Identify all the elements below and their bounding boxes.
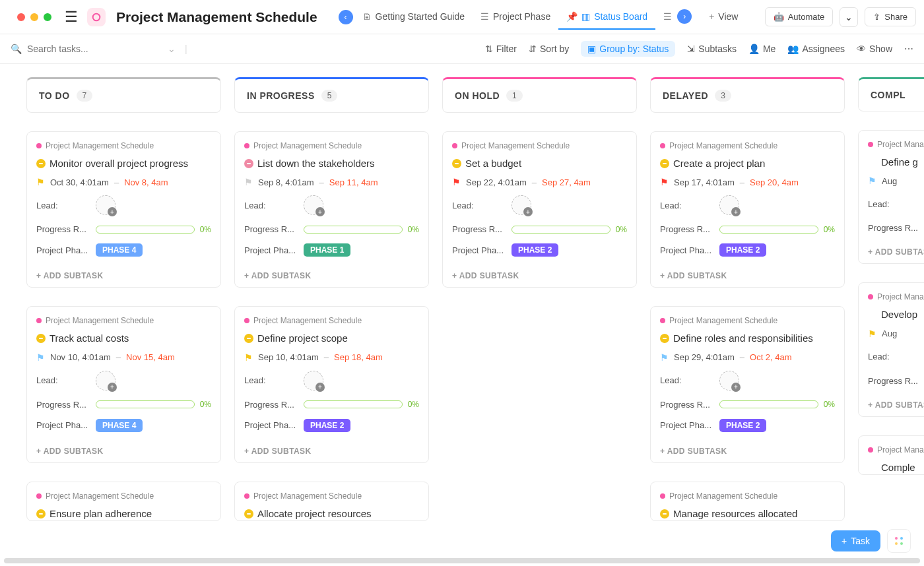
task-card[interactable]: Project Management Schedule Create a pro…: [650, 131, 845, 288]
phase-tag[interactable]: PHASE 2: [719, 419, 766, 432]
assign-lead-button[interactable]: [96, 195, 116, 215]
progress-bar[interactable]: [96, 400, 195, 408]
next-view-button[interactable]: ›: [677, 9, 692, 24]
progress-bar[interactable]: [304, 226, 403, 234]
flag-icon[interactable]: ⚑: [660, 177, 669, 187]
task-card[interactable]: Project Management Schedule Comple: [858, 435, 924, 475]
status-dot[interactable]: [36, 509, 46, 519]
assign-lead-button[interactable]: [96, 371, 116, 391]
assign-lead-button[interactable]: [304, 371, 323, 391]
add-subtask-button[interactable]: + ADD SUBTASK: [868, 394, 924, 416]
phase-tag[interactable]: PHASE 4: [96, 243, 143, 257]
status-dot[interactable]: [660, 159, 669, 168]
task-card[interactable]: Project Management Schedule Track actual…: [26, 306, 221, 462]
column-header[interactable]: TO DO7: [26, 77, 221, 113]
task-card[interactable]: Project Management Schedule Develop ⚑ Au…: [858, 282, 924, 416]
task-card[interactable]: Project Management Schedule Allocate pro…: [234, 482, 429, 521]
progress-bar[interactable]: [719, 226, 818, 234]
apps-button[interactable]: [887, 529, 911, 553]
status-dot[interactable]: [868, 158, 877, 167]
close-window-dot[interactable]: [17, 13, 25, 21]
show-button[interactable]: 👁Show: [857, 44, 892, 54]
add-subtask-button[interactable]: + ADD SUBTASK: [868, 241, 924, 263]
add-subtask-button[interactable]: + ADD SUBTASK: [244, 265, 419, 287]
status-dot[interactable]: [244, 509, 253, 519]
task-card[interactable]: Project Management Schedule Set a budget…: [442, 131, 637, 288]
add-subtask-button[interactable]: + ADD SUBTASK: [452, 265, 627, 287]
task-card[interactable]: Project Management Schedule Ensure plan …: [26, 482, 221, 521]
maximize-window-dot[interactable]: [44, 13, 51, 21]
status-dot[interactable]: [660, 334, 669, 343]
automate-dropdown[interactable]: ⌄: [840, 7, 858, 27]
minimize-window-dot[interactable]: [30, 13, 38, 21]
progress-bar[interactable]: [512, 226, 610, 234]
add-subtask-button[interactable]: + ADD SUBTASK: [660, 265, 835, 287]
status-dot[interactable]: [868, 310, 877, 319]
status-dot[interactable]: [36, 159, 46, 168]
chevron-down-icon[interactable]: ⌄: [168, 44, 176, 54]
phase-tag[interactable]: PHASE 4: [96, 419, 143, 432]
flag-icon[interactable]: ⚑: [36, 177, 45, 187]
filter-button[interactable]: ⇅Filter: [485, 44, 517, 54]
flag-icon[interactable]: ⚑: [868, 329, 876, 339]
column-header[interactable]: DELAYED3: [650, 77, 845, 113]
phase-tag[interactable]: PHASE 2: [719, 243, 766, 257]
search-input[interactable]: [27, 44, 133, 54]
phase-tag[interactable]: PHASE 1: [304, 243, 350, 257]
automate-button[interactable]: 🤖 Automate: [765, 7, 834, 26]
status-dot[interactable]: [452, 159, 461, 168]
share-button[interactable]: ⇪ Share: [865, 7, 916, 26]
assign-lead-button[interactable]: [719, 371, 739, 391]
task-card[interactable]: Project Management Schedule Manage resou…: [650, 482, 845, 521]
flag-icon[interactable]: ⚑: [244, 352, 253, 363]
add-subtask-button[interactable]: + ADD SUBTASK: [660, 440, 835, 462]
new-task-button[interactable]: + Task: [831, 530, 880, 551]
more-menu-button[interactable]: ⋯: [904, 44, 913, 54]
sort-button[interactable]: ⇵Sort by: [529, 44, 569, 54]
flag-icon[interactable]: ⚑: [660, 352, 669, 363]
me-button[interactable]: 👤Me: [748, 44, 776, 54]
task-card[interactable]: Project Management Schedule List down th…: [234, 131, 429, 288]
phase-tag[interactable]: PHASE 2: [512, 243, 558, 257]
group-by-button[interactable]: ▣Group by: Status: [581, 41, 675, 57]
menu-icon[interactable]: ☰: [65, 10, 78, 24]
progress-bar[interactable]: [719, 400, 818, 408]
progress-bar[interactable]: [96, 226, 195, 234]
column-header[interactable]: ON HOLD1: [442, 77, 637, 113]
task-card[interactable]: Project Management Schedule Define proje…: [234, 306, 429, 462]
status-dot[interactable]: [868, 463, 877, 472]
tab-getting-started[interactable]: 🗎 Getting Started Guide: [354, 5, 473, 30]
task-card[interactable]: Project Management Schedule Define roles…: [650, 306, 845, 462]
add-subtask-button[interactable]: + ADD SUBTASK: [36, 440, 211, 462]
assign-lead-button[interactable]: [719, 195, 739, 215]
flag-icon[interactable]: ⚑: [36, 352, 45, 363]
phase-tag[interactable]: PHASE 2: [304, 419, 350, 432]
status-dot[interactable]: [244, 334, 253, 343]
add-view-button[interactable]: + View: [701, 5, 746, 30]
tab-status-board[interactable]: 📌 ▥ Status Board: [558, 5, 655, 30]
assign-lead-button[interactable]: [304, 195, 323, 215]
tab-collapsed[interactable]: ☰ ›: [655, 3, 701, 32]
prev-view-button[interactable]: ‹: [339, 10, 353, 24]
kanban-board[interactable]: TO DO7 Project Management Schedule Monit…: [0, 64, 924, 559]
status-dot[interactable]: [244, 159, 253, 168]
progress-bar[interactable]: [304, 400, 403, 408]
column-header[interactable]: IN PROGRESS5: [234, 77, 429, 113]
horizontal-scrollbar[interactable]: [4, 558, 920, 563]
status-dot[interactable]: [36, 334, 46, 343]
subtasks-button[interactable]: ⇲Subtasks: [687, 44, 737, 54]
assign-lead-button[interactable]: [512, 195, 531, 215]
status-dot[interactable]: [660, 509, 669, 519]
lead-field: Lead:: [452, 194, 627, 216]
add-subtask-button[interactable]: + ADD SUBTASK: [36, 265, 211, 287]
column-header[interactable]: COMPL: [858, 77, 924, 111]
assignees-button[interactable]: 👥Assignees: [787, 44, 845, 54]
task-card[interactable]: Project Management Schedule Monitor over…: [26, 131, 221, 288]
task-card[interactable]: Project Management Schedule Define g ⚑ A…: [858, 130, 924, 264]
add-subtask-button[interactable]: + ADD SUBTASK: [244, 440, 419, 462]
flag-icon[interactable]: ⚑: [244, 177, 253, 187]
flag-icon[interactable]: ⚑: [452, 177, 461, 187]
flag-icon[interactable]: ⚑: [868, 175, 876, 186]
tab-project-phase[interactable]: ☰ Project Phase: [473, 5, 558, 30]
workspace-icon[interactable]: [87, 8, 106, 26]
